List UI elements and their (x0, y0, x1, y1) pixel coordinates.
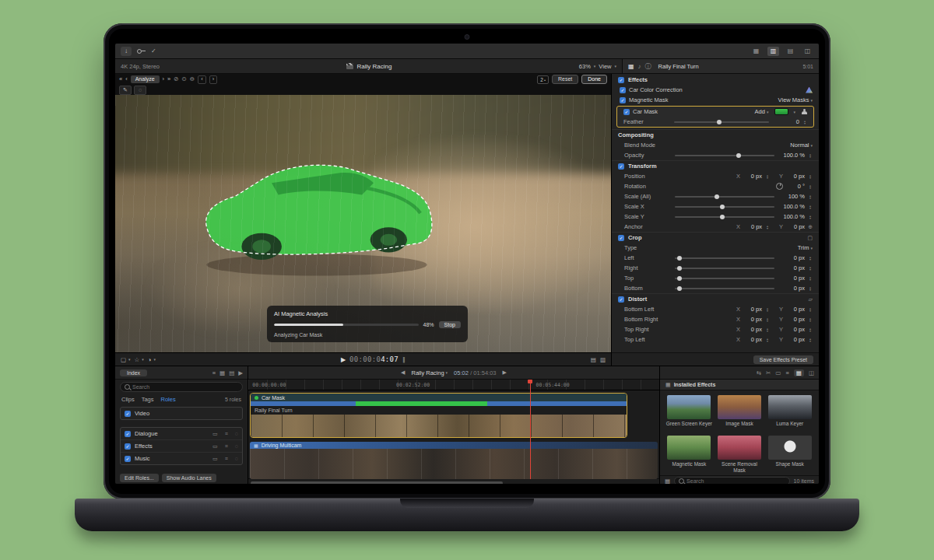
import-media-button[interactable]: ↓ (121, 47, 132, 56)
background-tasks-icon[interactable]: ✓ (151, 47, 156, 54)
enhancements-menu[interactable]: ☆▾ (135, 356, 144, 363)
stepper-icon[interactable]: ▴▾ (808, 276, 813, 281)
stepper-icon[interactable]: ▴▾ (808, 215, 813, 219)
param-value[interactable]: 0 px (780, 254, 805, 261)
previous-frame-icon[interactable]: ‹ (125, 76, 128, 82)
role-row-video[interactable]: ✓ Video (121, 408, 242, 419)
playhead[interactable] (530, 380, 531, 479)
x-value[interactable]: 0 px (743, 173, 762, 180)
y-value[interactable]: 0 px (786, 173, 805, 180)
tab-roles[interactable]: Roles (161, 396, 176, 403)
stepper-icon[interactable]: ▴▾ (802, 120, 807, 124)
done-button[interactable]: Done (581, 75, 607, 84)
stepper-icon[interactable]: ▴▾ (765, 338, 770, 342)
mask-count-badge[interactable]: 2▴ (537, 75, 549, 84)
effects-search[interactable] (674, 477, 789, 484)
role-row[interactable]: ✓ Music ▭ ≡ ◌ (121, 452, 242, 464)
role-checkbox[interactable]: ✓ (125, 411, 131, 417)
effects-search-input[interactable] (686, 478, 785, 484)
crop-slider[interactable] (675, 257, 774, 259)
stepper-icon[interactable]: ▴▾ (808, 266, 813, 271)
x-value[interactable]: 0 px (743, 306, 762, 313)
x-value[interactable]: 0 px (743, 336, 762, 343)
mask-checkbox[interactable]: ✓ (623, 109, 630, 115)
x-value[interactable]: 0 px (743, 326, 762, 333)
sidebar-toggle-button[interactable]: ◫ (802, 47, 813, 56)
effect-checkbox[interactable]: ✓ (620, 87, 626, 93)
zoom-menu[interactable]: 63%▾ (579, 63, 596, 70)
view-menu[interactable]: View▾ (599, 63, 616, 70)
mask-subtract-icon[interactable]: ⊘ (174, 76, 178, 82)
transform-checkbox[interactable]: ✓ (618, 163, 624, 170)
timeline-forward-button[interactable]: ▶ (503, 369, 507, 376)
stepper-icon[interactable]: ▴▾ (808, 286, 813, 291)
opacity-slider[interactable] (675, 155, 774, 156)
param-value[interactable]: 0 px (780, 264, 805, 271)
timeline-back-button[interactable]: ◀ (401, 369, 405, 376)
crop-slider[interactable] (675, 268, 774, 269)
video-canvas[interactable]: AI Magnetic Analysis 48% Stop Analyzing … (115, 95, 611, 352)
slider-thumb[interactable] (677, 276, 682, 281)
slider-thumb[interactable] (677, 256, 682, 261)
browser-toggle-button[interactable]: ▦ (750, 47, 762, 56)
clip-appearance-icon[interactable]: ▭ (775, 369, 781, 376)
param-value[interactable]: 100.0 % (780, 213, 805, 220)
index-search-input[interactable] (132, 384, 238, 390)
stepper-icon[interactable]: ▴▾ (808, 174, 813, 179)
go-to-end-icon[interactable]: » (167, 76, 170, 82)
step-back-button[interactable]: ‹ (198, 75, 206, 84)
tab-tags[interactable]: Tags (142, 396, 154, 403)
stepper-icon[interactable]: ▴▾ (765, 174, 770, 179)
effect-item[interactable]: Image Mask (716, 395, 764, 432)
stepper-icon[interactable]: ▴▾ (765, 327, 770, 332)
rotation-value[interactable]: 0 ° (786, 183, 805, 190)
view-masks-menu[interactable]: View Masks▾ (778, 96, 813, 103)
viewer-display-options-icon[interactable]: ▤ (591, 356, 596, 363)
stepper-icon[interactable]: ▴▾ (808, 153, 813, 158)
slider-thumb[interactable] (715, 194, 719, 199)
crop-type-menu[interactable]: Trim▾ (798, 244, 813, 251)
stepper-icon[interactable]: ▴▾ (808, 338, 813, 342)
monitor-icon[interactable]: ▭ (212, 456, 218, 462)
multicam-clip[interactable]: ▦ Driving Multicam (250, 442, 658, 479)
effects-view-toggle[interactable]: ▦ (665, 478, 670, 484)
go-to-start-icon[interactable]: « (119, 76, 122, 82)
distort-checkbox[interactable]: ✓ (618, 296, 624, 303)
slider-thumb[interactable] (736, 153, 741, 158)
grid-view-icon[interactable]: ▦ (219, 369, 225, 376)
scale-y-slider[interactable] (675, 216, 774, 218)
stepper-icon[interactable]: ▴▾ (808, 317, 813, 322)
role-checkbox[interactable]: ✓ (125, 456, 131, 462)
role-row[interactable]: ✓ Dialogue ▭ ≡ ◌ (121, 428, 242, 439)
save-effects-preset-button[interactable]: Save Effects Preset (753, 355, 813, 364)
scale-x-slider[interactable] (675, 206, 774, 208)
step-forward-button[interactable]: › (209, 75, 218, 84)
role-row[interactable]: ✓ Effects ▭ ≡ ◌ (121, 439, 242, 452)
analyze-button[interactable]: Analyze (131, 75, 160, 83)
focus-icon[interactable]: ◌ (235, 443, 238, 449)
slider-thumb[interactable] (717, 120, 722, 124)
swap-tool-icon[interactable]: ⇆ (757, 369, 761, 376)
person-mask-icon[interactable] (801, 109, 807, 115)
scale-all-slider[interactable] (675, 196, 774, 198)
effect-item[interactable]: Green Screen Keyer (665, 395, 713, 432)
lanes-view-icon[interactable]: ▤ (229, 369, 234, 376)
effect-checkbox[interactable]: ✓ (620, 97, 626, 103)
effect-item[interactable]: Luma Keyer (766, 395, 813, 432)
lanes-icon[interactable]: ≡ (225, 456, 228, 461)
slider-thumb[interactable] (677, 286, 682, 291)
timeline-project-menu[interactable]: Rally Racing▾ (411, 369, 448, 376)
inspector-toggle-button[interactable]: ▤ (785, 47, 796, 56)
index-button[interactable]: Index (120, 369, 147, 376)
effects-category-header[interactable]: ▦ Installed Effects (660, 380, 819, 390)
mask-color-swatch[interactable] (774, 108, 788, 115)
monitor-icon[interactable]: ▭ (212, 443, 218, 450)
retime-menu[interactable]: ◑▾ (148, 356, 156, 363)
next-frame-icon[interactable]: › (163, 76, 165, 82)
index-icon[interactable]: ≡ (785, 369, 788, 376)
monitor-icon[interactable]: ▭ (212, 431, 218, 437)
edit-roles-button[interactable]: Edit Roles... (120, 474, 159, 482)
stepper-icon[interactable]: ▴▾ (808, 307, 813, 312)
blade-tool-icon[interactable]: ✂ (766, 369, 771, 376)
stepper-icon[interactable]: ▴▾ (808, 205, 813, 209)
